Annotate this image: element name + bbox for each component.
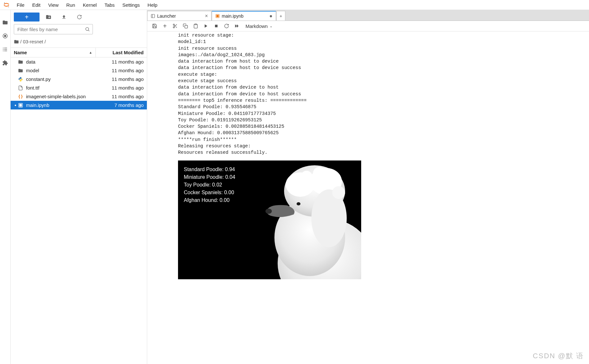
dirty-indicator-icon[interactable]: ● bbox=[269, 13, 272, 19]
svg-point-37 bbox=[313, 167, 326, 180]
notebook-body[interactable]: init resource stage: model_id:1 init res… bbox=[147, 31, 589, 364]
file-row[interactable]: ●main.ipynb7 months ago bbox=[11, 101, 147, 109]
notebook-toolbar: + Markdown ⌄ bbox=[147, 21, 589, 31]
svg-rect-7 bbox=[4, 49, 7, 50]
menu-help[interactable]: Help bbox=[144, 1, 161, 9]
svg-point-17 bbox=[173, 24, 174, 25]
menu-run[interactable]: Run bbox=[62, 1, 79, 9]
svg-rect-9 bbox=[4, 51, 7, 51]
file-modified: 7 months ago bbox=[95, 102, 144, 108]
svg-line-21 bbox=[174, 25, 175, 26]
folder-icon bbox=[17, 68, 24, 73]
file-browser-toolbar: + bbox=[11, 10, 147, 24]
launcher-icon bbox=[151, 14, 155, 18]
tab-label: Launcher bbox=[157, 13, 202, 19]
new-launcher-button[interactable]: + bbox=[14, 13, 40, 22]
menu-file[interactable]: File bbox=[13, 1, 28, 9]
svg-marker-27 bbox=[237, 24, 238, 28]
svg-rect-23 bbox=[195, 24, 196, 25]
cut-icon[interactable] bbox=[170, 21, 180, 31]
file-row[interactable]: model11 months ago bbox=[11, 66, 147, 75]
output-image: Standard Poodle: 0.94Miniature Poodle: 0… bbox=[178, 160, 361, 279]
add-tab-button[interactable]: + bbox=[276, 11, 285, 21]
insert-cell-icon[interactable]: + bbox=[160, 21, 170, 31]
svg-point-10 bbox=[86, 28, 89, 30]
output-cell: init resource stage: model_id:1 init res… bbox=[147, 31, 589, 279]
file-modified: 11 months ago bbox=[95, 68, 144, 73]
running-tab-icon[interactable] bbox=[0, 30, 11, 42]
menu-edit[interactable]: Edit bbox=[28, 1, 44, 9]
tab-launcher[interactable]: Launcher× bbox=[147, 11, 211, 21]
stop-icon[interactable] bbox=[211, 21, 221, 31]
tab-bar: Launcher×main.ipynb●+ bbox=[147, 10, 589, 21]
svg-line-20 bbox=[176, 27, 177, 28]
svg-point-38 bbox=[326, 174, 338, 186]
new-folder-icon[interactable] bbox=[42, 13, 55, 22]
file-name: data bbox=[26, 59, 95, 65]
file-modified: 11 months ago bbox=[95, 59, 144, 65]
file-modified: 11 months ago bbox=[95, 94, 144, 99]
tab-label: main.ipynb bbox=[222, 13, 266, 19]
running-dot-icon: ● bbox=[14, 103, 17, 107]
file-name: model bbox=[26, 68, 95, 73]
copy-icon[interactable] bbox=[181, 21, 190, 31]
search-icon bbox=[85, 27, 90, 32]
paste-icon[interactable] bbox=[191, 21, 201, 31]
restart-icon[interactable] bbox=[222, 21, 231, 31]
menu-view[interactable]: View bbox=[44, 1, 62, 9]
refresh-icon[interactable] bbox=[73, 13, 86, 22]
menubar: FileEditViewRunKernelTabsSettingsHelp bbox=[0, 0, 589, 10]
breadcrumb-folder[interactable]: 03-resnet bbox=[23, 39, 43, 44]
filter-input[interactable] bbox=[14, 24, 93, 34]
menu-settings[interactable]: Settings bbox=[119, 1, 144, 9]
svg-line-11 bbox=[88, 30, 89, 31]
svg-rect-5 bbox=[4, 48, 7, 48]
file-browser: + / 03-resnet / bbox=[11, 10, 147, 364]
file-modified: 11 months ago bbox=[95, 85, 144, 91]
svg-point-36 bbox=[301, 171, 312, 182]
notebook-icon bbox=[215, 14, 220, 18]
col-name[interactable]: Name ▲ bbox=[11, 48, 95, 57]
cell-type-select[interactable]: Markdown ⌄ bbox=[245, 23, 272, 29]
folder-tab-icon[interactable] bbox=[0, 16, 11, 29]
menu-tabs[interactable]: Tabs bbox=[101, 1, 119, 9]
image-overlay-labels: Standard Poodle: 0.94Miniature Poodle: 0… bbox=[184, 166, 235, 204]
run-all-icon[interactable] bbox=[232, 21, 242, 31]
sort-asc-icon: ▲ bbox=[89, 51, 92, 54]
tab-main-ipynb[interactable]: main.ipynb● bbox=[212, 11, 276, 21]
svg-rect-16 bbox=[217, 15, 219, 17]
svg-rect-3 bbox=[4, 35, 6, 37]
file-list: data11 months agomodel11 months agoconst… bbox=[11, 57, 147, 364]
save-icon[interactable] bbox=[150, 21, 159, 31]
file-row[interactable]: constant.py11 months ago bbox=[11, 75, 147, 83]
svg-point-18 bbox=[173, 27, 174, 28]
folder-icon bbox=[17, 59, 24, 65]
col-modified[interactable]: Last Modified bbox=[95, 48, 147, 57]
svg-marker-24 bbox=[205, 24, 207, 28]
menu-kernel[interactable]: Kernel bbox=[79, 1, 101, 9]
breadcrumb-sep: / bbox=[20, 39, 22, 44]
svg-rect-25 bbox=[215, 25, 218, 27]
stdout-output: init resource stage: model_id:1 init res… bbox=[178, 31, 589, 159]
file-row[interactable]: imagenet-simple-labels.json11 months ago bbox=[11, 92, 147, 101]
svg-point-4 bbox=[3, 48, 4, 48]
json-icon bbox=[17, 94, 24, 99]
chevron-down-icon: ⌄ bbox=[270, 24, 272, 28]
breadcrumb-sep: / bbox=[45, 39, 46, 44]
file-row[interactable]: data11 months ago bbox=[11, 57, 147, 66]
file-name: main.ipynb bbox=[26, 102, 95, 108]
file-modified: 11 months ago bbox=[95, 76, 144, 82]
svg-point-8 bbox=[3, 50, 4, 51]
upload-icon[interactable] bbox=[58, 13, 70, 22]
extensions-tab-icon[interactable] bbox=[0, 57, 11, 69]
close-icon[interactable]: × bbox=[205, 13, 208, 19]
file-row[interactable]: font.ttf11 months ago bbox=[11, 83, 147, 92]
run-icon[interactable] bbox=[201, 21, 211, 31]
breadcrumb[interactable]: / 03-resnet / bbox=[11, 37, 147, 48]
file-name: imagenet-simple-labels.json bbox=[26, 94, 95, 99]
svg-point-39 bbox=[332, 186, 345, 199]
jupyter-logo-icon bbox=[3, 1, 10, 9]
activity-bar bbox=[0, 10, 11, 364]
toc-tab-icon[interactable] bbox=[0, 43, 11, 56]
svg-point-6 bbox=[3, 49, 4, 50]
